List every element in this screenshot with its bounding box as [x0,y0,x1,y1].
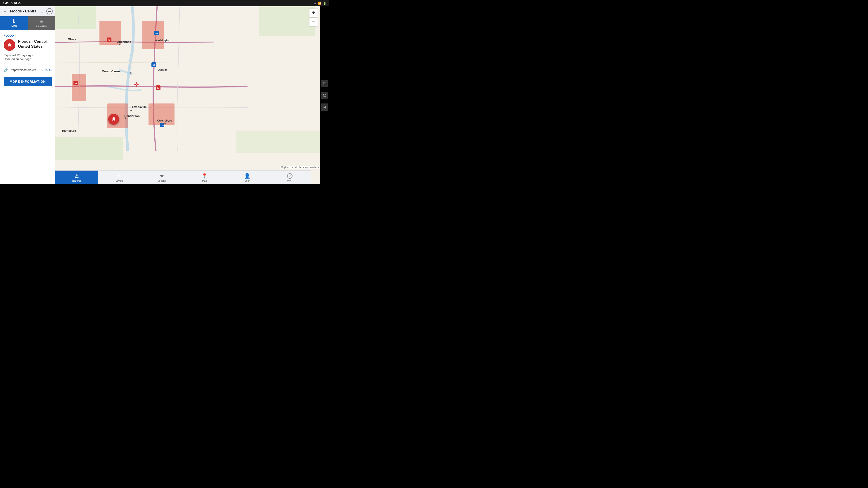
svg-rect-4 [55,137,123,160]
svg-text:Harrisburg: Harrisburg [62,129,76,132]
status-bar: 8:43 ⚙ 🅐 G ▲ 📶 🔋 [0,0,329,6]
flood-title-area: Floods - Central, United States [18,39,52,49]
reported-time: 22 days ago [17,54,33,57]
flood-wave-icon [6,41,13,48]
reported-line: Reported:22 days ago [4,54,52,57]
updated-line: Updated:an hour ago [4,57,52,61]
nav-user[interactable]: 👤 User [226,170,269,184]
zoom-out-button[interactable]: − [309,18,318,26]
layers-nav-icon: ≡ [118,173,121,179]
share-button[interactable]: SHARE [41,68,52,72]
svg-text:Evansville: Evansville [132,105,147,109]
map-nav-icon: 📍 [202,173,208,179]
svg-text:Vincennes: Vincennes [116,40,131,43]
right-sidebar-btn-1[interactable] [321,80,328,87]
attribution-1: Keyboard shortcuts [281,166,301,168]
svg-point-11 [119,44,120,45]
sidebar-circle-icon [323,94,326,97]
status-bar-right: ▲ 📶 🔋 [313,2,327,5]
nav-layers[interactable]: ≡ Layers [98,170,141,184]
svg-rect-5 [236,131,320,153]
layers-tab-label: LAYERS [36,25,47,28]
map-area[interactable]: 50 69 69 64 64 165 Olney Vincennes Washi… [55,6,320,184]
svg-text:✛: ✛ [134,82,138,88]
map-svg: 50 69 69 64 64 165 Olney Vincennes Washi… [55,6,320,184]
link-url[interactable]: https://disasteralert.pdc.org/disast... [11,68,39,72]
map-attribution: Keyboard shortcuts Image may be s [280,166,320,169]
a-icon: 🅐 [14,2,17,5]
zoom-in-button[interactable]: + [309,8,318,17]
svg-rect-7 [143,21,164,49]
divider-1 [4,64,52,64]
info-tab-label: INFO [11,25,17,28]
flood-header: Floods - Central, United States [4,39,52,51]
status-icons: ⚙ 🅐 G [10,2,21,5]
left-panel: ← Floods - Central, Unite... ••• ℹ INFO … [0,6,55,184]
svg-point-13 [130,109,132,111]
svg-text:Henderson: Henderson [124,114,140,118]
hazards-nav-icon: ⚠ [74,173,79,179]
user-nav-label: User [245,180,250,182]
svg-text:64: 64 [157,87,159,89]
info-tab-icon: ℹ [13,19,15,24]
signal-icon: 📶 [318,2,321,5]
svg-text:Jasper: Jasper [158,68,167,71]
more-info-button[interactable]: MORE INFORMATION [4,77,52,86]
nav-map[interactable]: 📍 Map [183,170,226,184]
attribution-2: Image may be s [303,166,319,168]
reported-label: Reported: [4,54,17,57]
battery-icon: 🔋 [323,2,327,5]
help-nav-label: Help [287,179,292,182]
svg-text:64: 64 [74,83,77,85]
layers-tab-icon: ≡ [40,19,43,24]
flood-type-label: FLOOD [4,34,52,37]
svg-point-12 [130,72,131,74]
flood-title: Floods - Central, United States [18,39,52,49]
flood-icon-circle [4,39,16,51]
updated-label: Updated: [4,57,16,61]
sidebar-square-icon [323,82,326,85]
svg-text:69: 69 [156,32,158,35]
map-flood-marker[interactable] [108,114,119,125]
tab-info[interactable]: ℹ INFO [0,16,28,30]
svg-rect-2 [55,6,96,29]
app-header: ← Floods - Central, Unite... ••• [0,6,55,16]
nav-help[interactable]: ? Help [269,170,311,184]
info-content: FLOOD Floods - Central, United States [0,30,55,184]
header-title: Floods - Central, Unite... [10,9,43,13]
back-icon: ← [3,8,7,14]
nav-legend[interactable]: ★ Legend [141,170,183,184]
layers-nav-label: Layers [116,180,123,182]
svg-text:Owensboro: Owensboro [157,119,172,122]
user-nav-icon: 👤 [244,173,250,179]
map-controls: + − [309,8,318,26]
link-row: 🔗 https://disasteralert.pdc.org/disast..… [4,67,52,72]
svg-text:Washington: Washington [155,39,170,42]
more-button[interactable]: ••• [46,8,53,14]
tab-bar: ℹ INFO ≡ LAYERS [0,16,55,30]
sidebar-triangle-icon: ◀ [323,105,326,109]
main-container: ← Floods - Central, Unite... ••• ℹ INFO … [0,6,329,184]
gear-icon: ⚙ [10,2,13,5]
wifi-icon: ▲ [313,2,316,5]
bottom-nav: ⚠ Hazards ≡ Layers ★ Legend 📍 Map 👤 User… [55,170,311,184]
back-button[interactable]: ← [3,8,7,14]
more-icon: ••• [48,9,51,13]
tab-layers[interactable]: ≡ LAYERS [28,16,56,30]
svg-rect-8 [72,74,86,101]
legend-nav-icon: ★ [160,173,164,179]
help-nav-icon: ? [287,173,292,179]
status-bar-left: 8:43 ⚙ 🅐 G [3,2,21,5]
link-icon: 🔗 [4,67,8,72]
map-nav-label: Map [202,180,207,182]
hazards-nav-label: Hazards [72,180,81,182]
right-sidebar-btn-3[interactable]: ◀ [321,103,328,111]
nav-hazards[interactable]: ⚠ Hazards [55,170,98,184]
svg-text:Mount Carmel: Mount Carmel [102,70,121,73]
legend-nav-label: Legend [158,180,166,182]
svg-text:50: 50 [108,39,110,41]
svg-text:Olney: Olney [68,37,76,41]
status-time: 8:43 [3,2,8,5]
updated-time: an hour ago [16,57,31,61]
right-sidebar-btn-2[interactable] [321,92,328,99]
